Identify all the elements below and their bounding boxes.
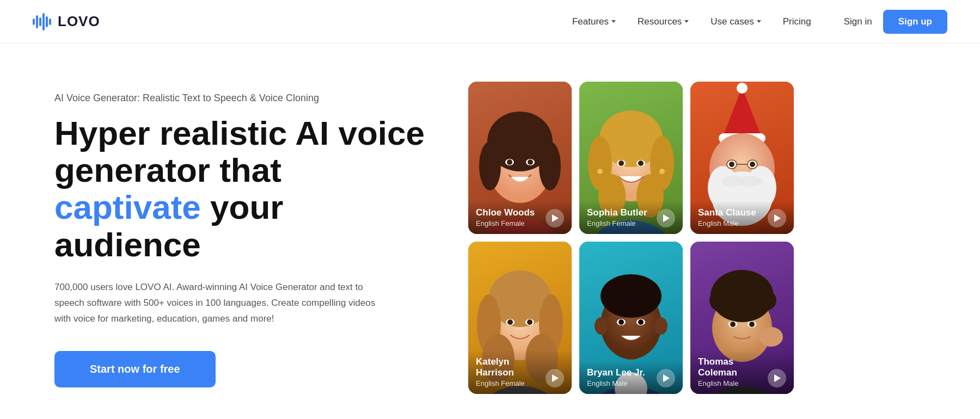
svg-point-42 xyxy=(729,162,734,167)
hero-headline: Hyper realistic AI voice generator that … xyxy=(54,115,436,263)
card-info: Santa Clause English Male xyxy=(698,207,756,227)
svg-point-26 xyxy=(618,161,624,166)
logo-text: LOVO xyxy=(58,13,100,30)
logo[interactable]: LOVO xyxy=(33,13,100,30)
cta-button[interactable]: Start now for free xyxy=(54,351,216,387)
svg-rect-1 xyxy=(36,15,38,28)
voice-name: Santa Clause xyxy=(698,207,756,218)
svg-rect-5 xyxy=(49,19,51,25)
svg-point-27 xyxy=(638,161,644,166)
card-photo: Bryan Lee Jr. English Male xyxy=(579,242,683,394)
svg-rect-2 xyxy=(39,17,41,26)
svg-point-55 xyxy=(527,319,532,325)
card-info: Bryan Lee Jr. English Male xyxy=(587,367,645,387)
voice-name: Bryan Lee Jr. xyxy=(587,367,645,378)
svg-point-15 xyxy=(528,159,533,165)
svg-point-75 xyxy=(757,291,776,310)
svg-point-66 xyxy=(638,319,644,325)
svg-point-61 xyxy=(595,317,608,335)
card-overlay: Chloe Woods English Female xyxy=(468,201,572,234)
voice-name: Chloe Woods xyxy=(476,207,535,218)
svg-point-80 xyxy=(749,322,755,327)
voice-name: Katelyn Harrison xyxy=(476,356,546,378)
chevron-down-icon xyxy=(757,20,761,23)
card-overlay: Santa Clause English Male xyxy=(690,201,794,234)
voice-lang: English Male xyxy=(698,219,756,227)
voice-card-katelyn[interactable]: Katelyn Harrison English Female xyxy=(468,242,572,394)
card-photo: Santa Clause English Male xyxy=(690,82,794,234)
svg-point-43 xyxy=(750,162,755,167)
voice-lang: English Female xyxy=(476,379,546,387)
voice-card-santa[interactable]: Santa Clause English Male xyxy=(690,82,794,234)
voice-name: Thomas Coleman xyxy=(698,356,768,378)
svg-point-11 xyxy=(539,141,561,190)
card-overlay: Sophia Butler English Female xyxy=(579,201,683,234)
play-button[interactable] xyxy=(657,369,675,387)
nav-pricing[interactable]: Pricing xyxy=(783,16,811,27)
card-overlay: Thomas Coleman English Male xyxy=(690,350,794,394)
play-icon xyxy=(774,214,781,222)
navbar: LOVO Features Resources Use cases Pricin… xyxy=(0,0,980,44)
headline-text-1: Hyper realistic AI voice generator that xyxy=(54,114,425,189)
svg-rect-4 xyxy=(46,16,48,27)
svg-point-14 xyxy=(507,159,512,165)
card-info: Chloe Woods English Female xyxy=(476,207,535,227)
chevron-down-icon xyxy=(684,20,689,23)
svg-point-79 xyxy=(730,322,736,327)
card-info: Thomas Coleman English Male xyxy=(698,356,768,387)
card-photo: Katelyn Harrison English Female xyxy=(468,242,572,394)
card-info: Katelyn Harrison English Female xyxy=(476,356,546,387)
voice-lang: English Male xyxy=(587,379,645,387)
svg-point-10 xyxy=(479,141,501,190)
play-button[interactable] xyxy=(657,209,675,227)
nav-use-cases[interactable]: Use cases xyxy=(710,16,761,27)
play-button[interactable] xyxy=(768,209,786,227)
voice-lang: English Male xyxy=(698,379,768,387)
chevron-down-icon xyxy=(611,20,616,23)
svg-point-65 xyxy=(618,319,624,325)
svg-point-60 xyxy=(601,274,661,318)
svg-rect-3 xyxy=(42,13,45,30)
svg-point-32 xyxy=(737,83,748,94)
play-button[interactable] xyxy=(768,369,786,387)
hero-description: 700,000 users love LOVO AI. Award-winnin… xyxy=(54,280,381,327)
card-info: Sophia Butler English Female xyxy=(587,207,647,227)
svg-point-76 xyxy=(759,327,783,347)
play-icon xyxy=(663,374,670,382)
play-icon xyxy=(663,214,670,222)
voice-card-bryan[interactable]: Bryan Lee Jr. English Male xyxy=(579,242,683,394)
sign-in-link[interactable]: Sign in xyxy=(844,16,872,27)
voice-card-chloe[interactable]: Chloe Woods English Female xyxy=(468,82,572,234)
svg-point-54 xyxy=(507,319,513,325)
voice-card-sophia[interactable]: Sophia Butler English Female xyxy=(579,82,683,234)
svg-marker-30 xyxy=(723,87,761,136)
nav-auth: Sign in Sign up xyxy=(844,10,947,34)
play-icon xyxy=(552,214,559,222)
hero-section: AI Voice Generator: Realistic Text to Sp… xyxy=(54,76,436,387)
play-button[interactable] xyxy=(546,209,564,227)
svg-point-38 xyxy=(738,176,762,187)
svg-rect-0 xyxy=(33,19,35,25)
voice-card-thomas[interactable]: Thomas Coleman English Male xyxy=(690,242,794,394)
play-icon xyxy=(774,374,781,382)
voice-lang: English Female xyxy=(476,219,535,227)
voice-grid: Chloe Woods English Female xyxy=(468,76,947,394)
card-overlay: Katelyn Harrison English Female xyxy=(468,350,572,394)
nav-features[interactable]: Features xyxy=(572,16,616,27)
svg-point-62 xyxy=(654,317,667,335)
card-overlay: Bryan Lee Jr. English Male xyxy=(579,361,683,394)
logo-icon xyxy=(33,13,53,30)
nav-resources[interactable]: Resources xyxy=(638,16,689,27)
hero-subtitle: AI Voice Generator: Realistic Text to Sp… xyxy=(54,93,436,104)
svg-point-28 xyxy=(597,169,603,174)
card-photo: Sophia Butler English Female xyxy=(579,82,683,234)
nav-links: Features Resources Use cases Pricing xyxy=(572,16,811,27)
card-photo: Thomas Coleman English Male xyxy=(690,242,794,394)
sign-up-button[interactable]: Sign up xyxy=(883,10,947,34)
voice-lang: English Female xyxy=(587,219,647,227)
voice-name: Sophia Butler xyxy=(587,207,647,218)
headline-highlight: captivate xyxy=(54,188,201,226)
play-icon xyxy=(552,374,559,382)
play-button[interactable] xyxy=(546,369,564,387)
card-photo: Chloe Woods English Female xyxy=(468,82,572,234)
